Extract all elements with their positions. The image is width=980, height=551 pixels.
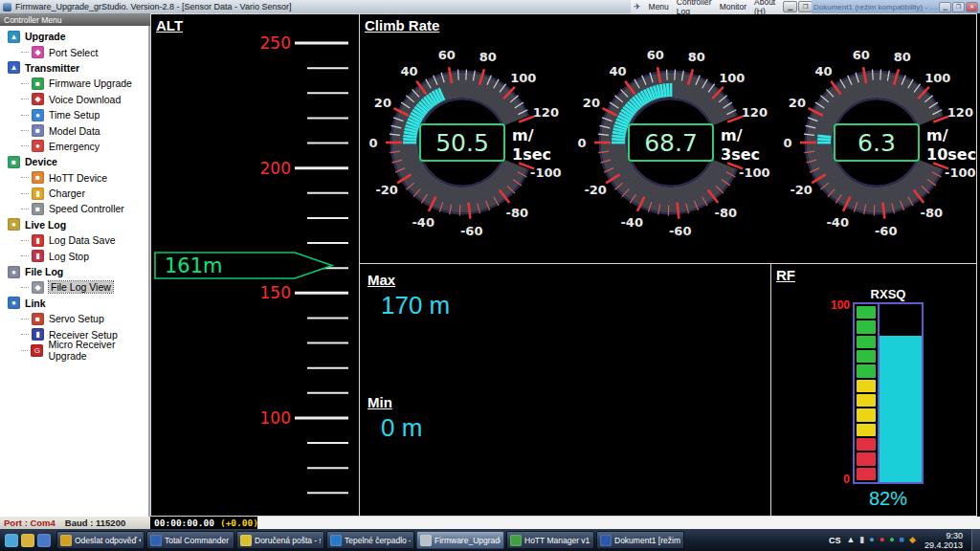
taskbar-button-doru-en-po-ta-sv[interactable]: Doručená pošta - sv... bbox=[236, 531, 324, 549]
taskbar-button-total-commander-c[interactable]: Total Commander [c... bbox=[146, 531, 234, 549]
transmitter-icon: ▲ bbox=[8, 61, 20, 74]
clock-date: 29.4.2013 bbox=[924, 540, 963, 550]
sidebar-item-micro-receiver-upgrade[interactable]: GMicro Receiver Upgrade bbox=[0, 342, 148, 358]
sidebar-item-transmitter[interactable]: ▲Transmitter bbox=[0, 60, 148, 76]
svg-text:40: 40 bbox=[609, 64, 626, 78]
sidebar-item-label: Servo Setup bbox=[49, 313, 104, 324]
tray-icon[interactable]: ● bbox=[880, 536, 884, 544]
rxsq-fill-area bbox=[880, 304, 922, 482]
sidebar-item-file-log[interactable]: ●File Log bbox=[0, 264, 148, 279]
svg-text:161m: 161m bbox=[165, 254, 223, 277]
menu-item-menu[interactable]: Menu bbox=[649, 2, 669, 11]
port-status: Port : Com4 bbox=[4, 518, 56, 528]
rf-panel: RF RXSQ 100 0 82% bbox=[770, 263, 977, 517]
close-icon[interactable]: ✕ bbox=[966, 2, 978, 12]
taskbar-button-label: Odeslat odpověď • R... bbox=[75, 536, 141, 545]
sidebar-item-time-setup[interactable]: ●Time Setup bbox=[0, 107, 148, 122]
sidebar-item-live-log[interactable]: ●Live Log bbox=[0, 217, 148, 232]
altitude-scale: 100150200250161m bbox=[151, 14, 361, 516]
sidebar-item-device[interactable]: ■Device bbox=[0, 154, 148, 169]
restore-button[interactable]: ❐ bbox=[952, 2, 965, 12]
tray-icon[interactable]: ■ bbox=[900, 536, 904, 544]
micro-receiver-upgrade-icon: G bbox=[31, 344, 43, 357]
svg-text:0: 0 bbox=[368, 136, 377, 150]
hott-device-icon: ■ bbox=[32, 171, 44, 184]
sidebar-item-upgrade[interactable]: ▲Upgrade bbox=[0, 29, 148, 44]
tray-icon[interactable]: ● bbox=[869, 536, 874, 544]
climb-rate-panel-title: Climb Rate bbox=[365, 17, 439, 33]
svg-text:-80: -80 bbox=[921, 206, 944, 220]
quicklaunch-icon[interactable] bbox=[5, 534, 18, 547]
rxsq-segment-green bbox=[857, 350, 876, 363]
rxsq-segment-green bbox=[857, 364, 876, 377]
sidebar-item-servo-setup[interactable]: ■Servo Setup bbox=[0, 311, 148, 326]
svg-text:1sec: 1sec bbox=[512, 145, 551, 164]
minimize-button[interactable]: ▁ bbox=[783, 1, 797, 12]
svg-text:20: 20 bbox=[374, 96, 391, 110]
climb-gauge-3sec: 20406080100120-20-40-60-80-100068.7m/3se… bbox=[570, 26, 776, 261]
background-word-window[interactable]: Dokument1 (režim kompatibility) - Micros… bbox=[812, 0, 980, 13]
svg-text:-40: -40 bbox=[826, 215, 849, 230]
svg-text:60: 60 bbox=[438, 48, 456, 62]
min-max-panel: Max 170 m Min 0 m bbox=[359, 263, 771, 517]
sidebar-item-firmware-upgrade[interactable]: ■Firmware Upgrade bbox=[0, 76, 148, 91]
taskbar-button-odeslat-odpov-r[interactable]: Odeslat odpověď • R... bbox=[56, 531, 145, 549]
log-timer: 00:00:00.00 (+0.00) bbox=[150, 517, 257, 529]
tray-icons: ▲▮●●●■◆ bbox=[846, 536, 916, 544]
max-label: Max bbox=[368, 272, 395, 288]
quicklaunch-icon[interactable] bbox=[37, 534, 51, 547]
taskbar-button-icon bbox=[60, 535, 72, 546]
sidebar-item-label: Model Data bbox=[49, 125, 100, 137]
sidebar-item-model-data[interactable]: ■Model Data bbox=[0, 122, 148, 138]
sidebar-item-voice-download[interactable]: ◆Voice Download bbox=[0, 92, 148, 107]
hidden-icons-icon[interactable]: ▲ bbox=[846, 536, 855, 544]
voice-download-icon: ◆ bbox=[32, 93, 44, 105]
menu-item-monitor[interactable]: Monitor bbox=[720, 2, 746, 11]
svg-text:-60: -60 bbox=[460, 224, 483, 238]
sidebar-item-port-select[interactable]: ◆Port Select bbox=[0, 44, 148, 59]
sidebar-item-file-log-view[interactable]: ◆File Log View bbox=[0, 279, 148, 295]
sidebar-item-charger[interactable]: ▮Charger bbox=[0, 186, 148, 201]
max-value: 170 m bbox=[381, 291, 450, 320]
sidebar-item-link[interactable]: ●Link bbox=[0, 296, 148, 311]
svg-text:-20: -20 bbox=[375, 183, 398, 197]
menu-bar: ✈ Menu Controller Log Monitor About (H) … bbox=[631, 0, 812, 13]
sidebar-item-log-data-save[interactable]: ▮Log Data Save bbox=[0, 232, 148, 248]
tray-icon[interactable]: ● bbox=[889, 536, 894, 544]
sidebar-item-speed-controller[interactable]: ■Speed Controller bbox=[0, 201, 148, 216]
time-setup-icon: ● bbox=[32, 109, 44, 121]
minimize-button[interactable]: ▁ bbox=[939, 2, 951, 12]
svg-text:120: 120 bbox=[947, 105, 973, 120]
taskbar-button-dokument1-re-im-k[interactable]: Dokument1 [režim k... bbox=[596, 531, 684, 549]
taskbar-button-tepeln-erpadlo-z[interactable]: Tepelné čerpadlo - Z... bbox=[326, 531, 414, 549]
taskbar-clock[interactable]: 9:30 29.4.2013 bbox=[922, 531, 966, 550]
rxsq-color-scale bbox=[855, 304, 880, 482]
tray-icon[interactable]: ◆ bbox=[909, 536, 916, 544]
sidebar-item-label: Upgrade bbox=[25, 31, 66, 42]
svg-text:20: 20 bbox=[583, 96, 600, 110]
firmware-upgrade-icon: ■ bbox=[32, 77, 44, 90]
menu-item-controller-log[interactable]: Controller Log bbox=[677, 0, 712, 16]
svg-text:120: 120 bbox=[533, 105, 559, 120]
menu-item-about[interactable]: About (H) bbox=[754, 0, 775, 16]
rxsq-segment-green bbox=[857, 320, 876, 333]
sidebar-item-label: Micro Receiver Upgrade bbox=[48, 339, 148, 362]
rxsq-segment-red bbox=[857, 438, 876, 451]
show-desktop-button[interactable] bbox=[971, 529, 980, 551]
restore-button[interactable]: ❐ bbox=[798, 1, 813, 12]
windows-taskbar: Odeslat odpověď • R...Total Commander [c… bbox=[0, 529, 980, 551]
language-indicator[interactable]: CS bbox=[829, 536, 841, 545]
svg-text:-80: -80 bbox=[715, 206, 738, 220]
taskbar-button-firmware-upgrade-g[interactable]: Firmware_Upgrade_g... bbox=[416, 531, 504, 549]
tray-icon[interactable]: ▮ bbox=[859, 536, 864, 544]
taskbar-button-icon bbox=[330, 535, 342, 546]
sidebar-item-log-stop[interactable]: ▮Log Stop bbox=[0, 248, 148, 263]
quicklaunch-icon[interactable] bbox=[21, 534, 34, 547]
upgrade-icon: ▲ bbox=[8, 31, 20, 43]
sidebar-item-emergency[interactable]: ●Emergency bbox=[0, 139, 148, 154]
sidebar-item-hott-device[interactable]: ■HoTT Device bbox=[0, 170, 148, 186]
svg-text:80: 80 bbox=[479, 50, 497, 64]
svg-text:-80: -80 bbox=[506, 206, 529, 220]
svg-text:20: 20 bbox=[789, 96, 806, 110]
taskbar-button-hott-manager-v1-30[interactable]: HoTT Manager v1.30... bbox=[506, 531, 594, 549]
